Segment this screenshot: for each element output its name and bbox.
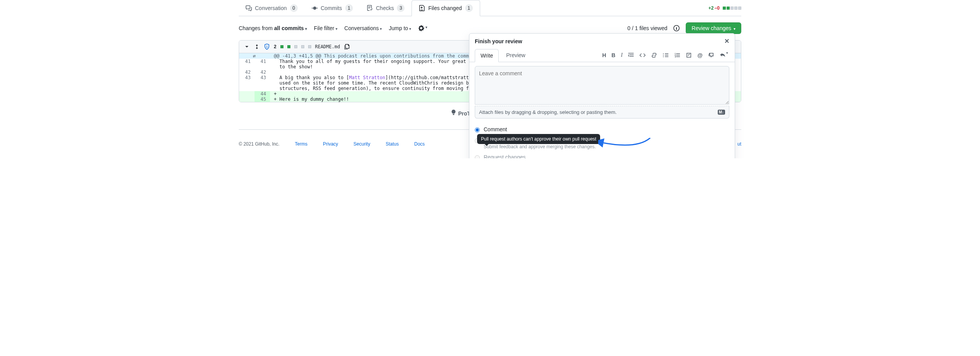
footer-link-security[interactable]: Security [354, 141, 370, 147]
review-option-request-changes: Request changes Submit feedback that mus… [475, 152, 729, 158]
list-unordered-icon[interactable] [663, 52, 669, 58]
tab-count: 0 [290, 4, 298, 12]
radio-request-changes [475, 155, 480, 158]
markdown-toolbar: H B I @ [602, 52, 729, 58]
tab-count: 1 [465, 4, 473, 12]
code-icon[interactable] [639, 52, 646, 58]
file-diff-icon [419, 5, 425, 11]
comment-discussion-icon [246, 5, 252, 11]
review-option-approve: Pull request authors can't approve their… [475, 135, 729, 152]
diffstat-summary: +2 −0 [708, 5, 741, 11]
conversations-menu[interactable]: Conversations [344, 25, 382, 31]
changes-from-menu[interactable]: Changes from all commits [239, 25, 307, 31]
tab-label: Commits [321, 5, 342, 11]
lightbulb-icon [450, 109, 457, 115]
git-commit-icon [312, 5, 318, 11]
review-comment-input[interactable] [475, 66, 729, 105]
additions-count: +2 [708, 5, 714, 11]
tab-count: 1 [345, 4, 353, 12]
reply-icon[interactable]: ▾ [720, 52, 728, 58]
diffstat-block-neutral [734, 7, 737, 10]
diffstat-block-add [723, 7, 726, 10]
tab-count: 3 [397, 4, 405, 12]
expand-all-icon[interactable] [254, 44, 260, 50]
diffstat-block-neutral [738, 7, 741, 10]
file-name[interactable]: README.md [315, 44, 340, 49]
footer-right-fragment[interactable]: ut [737, 141, 741, 147]
tab-label: Conversation [255, 5, 287, 11]
tab-checks[interactable]: Checks 3 [360, 0, 412, 16]
jump-to-menu[interactable]: Jump to [389, 25, 411, 31]
approve-disabled-tooltip: Pull request authors can't approve their… [477, 134, 600, 144]
popover-title: Finish your review [475, 38, 522, 44]
diff-toolbar: Changes from all commits File filter Con… [239, 16, 741, 40]
inline-link[interactable]: Matt Stratton [349, 75, 385, 80]
editor-tab-write[interactable]: Write [475, 49, 499, 62]
tasklist-icon[interactable] [686, 52, 692, 58]
callout-arrow-icon [598, 138, 652, 153]
markdown-icon[interactable]: M↓ [718, 110, 725, 115]
review-changes-button[interactable]: Review changes [686, 22, 741, 34]
list-ordered-icon[interactable] [674, 52, 680, 58]
diffstat-block-add [727, 7, 730, 10]
tab-commits[interactable]: Commits 1 [305, 0, 360, 16]
mention-icon[interactable]: @ [697, 52, 703, 58]
info-icon[interactable] [673, 25, 680, 31]
deletions-count: −0 [714, 5, 720, 11]
chevron-down-icon[interactable] [244, 44, 250, 50]
footer-link-privacy[interactable]: Privacy [323, 141, 338, 147]
footer-link-docs[interactable]: Docs [414, 141, 425, 147]
radio-comment[interactable] [475, 127, 480, 132]
italic-icon[interactable]: I [621, 52, 623, 58]
file-change-count: 2 [274, 44, 277, 49]
close-icon[interactable]: ✕ [724, 37, 729, 45]
footer-link-terms[interactable]: Terms [295, 141, 308, 147]
quote-icon[interactable] [628, 52, 634, 58]
diffstat-block-neutral [730, 7, 734, 10]
pr-tabbar: Conversation 0 Commits 1 Checks 3 Files … [239, 0, 741, 16]
editor-tab-preview[interactable]: Preview [500, 49, 531, 62]
copyright: © 2021 GitHub, Inc. [239, 141, 280, 147]
footer-link-status[interactable]: Status [386, 141, 399, 147]
shield-icon[interactable] [264, 44, 270, 50]
tab-files-changed[interactable]: Files changed 1 [412, 0, 480, 16]
expand-hunk-icon[interactable]: ⇅ [239, 53, 270, 59]
tab-label: Checks [376, 5, 394, 11]
tab-conversation[interactable]: Conversation 0 [239, 0, 305, 16]
review-popover: Finish your review ✕ Write Preview H B I [469, 33, 735, 158]
link-icon[interactable] [651, 52, 657, 58]
attach-hint[interactable]: Attach files by dragging & dropping, sel… [479, 109, 617, 115]
files-viewed-count: 0 / 1 files viewed [627, 25, 668, 31]
caret-down-icon [734, 25, 735, 31]
review-option-comment[interactable]: Comment [475, 124, 729, 135]
file-filter-menu[interactable]: File filter [314, 25, 337, 31]
bold-icon[interactable]: B [612, 52, 616, 58]
heading-icon[interactable]: H [602, 52, 606, 58]
tab-label: Files changed [428, 5, 462, 11]
copy-icon[interactable] [344, 44, 350, 50]
cross-reference-icon[interactable] [708, 52, 714, 58]
checklist-icon [367, 5, 373, 11]
gear-icon[interactable] [418, 25, 427, 31]
